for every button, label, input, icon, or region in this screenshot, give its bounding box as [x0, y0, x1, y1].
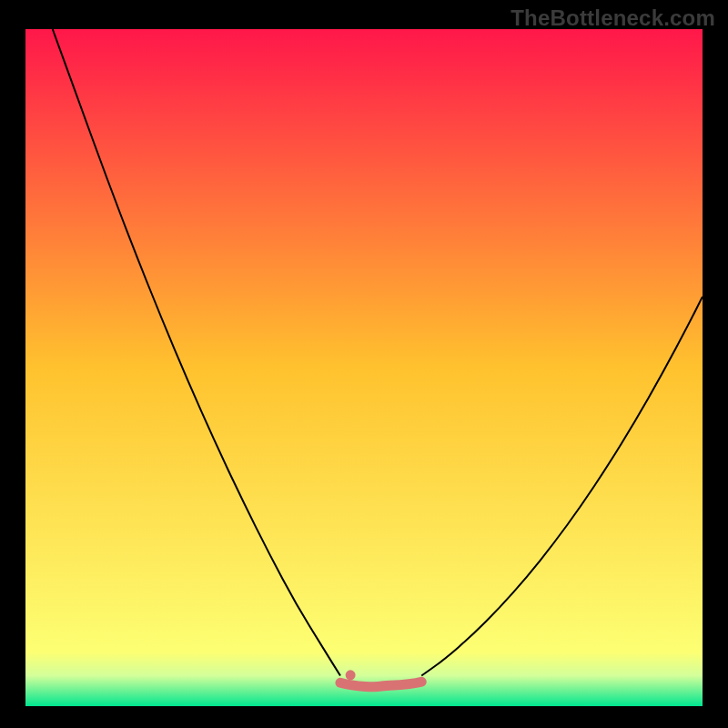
- bottleneck-chart: [25, 29, 703, 706]
- chart-canvas: [25, 29, 703, 706]
- optimal-zone-marker: [340, 682, 421, 687]
- gradient-background: [25, 29, 703, 706]
- watermark-text: TheBottleneck.com: [511, 5, 715, 31]
- optimal-zone-dot: [346, 670, 356, 680]
